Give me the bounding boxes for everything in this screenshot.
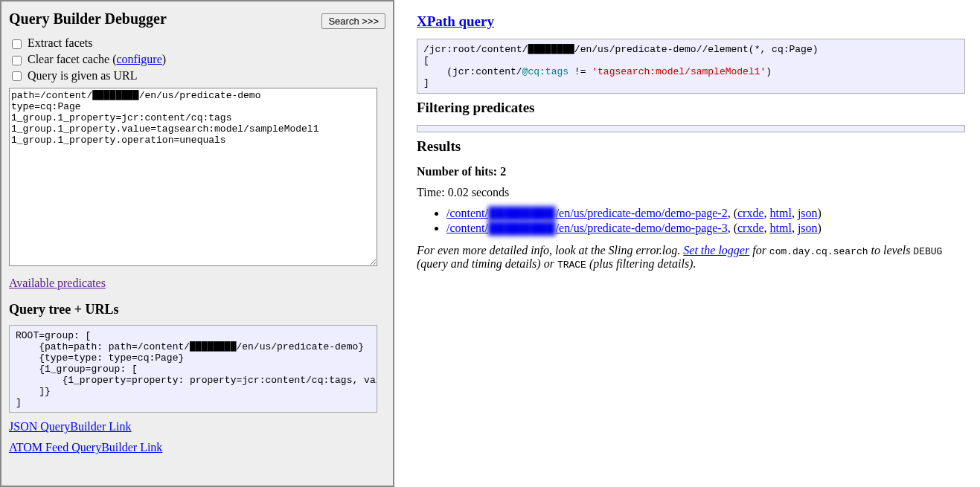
result-item: /content/████████/en/us/predicate-demo/d…: [446, 222, 965, 235]
xpath-output: /jcr:root/content/████████/en/us/predica…: [417, 39, 965, 94]
results-list: /content/████████/en/us/predicate-demo/d…: [417, 207, 965, 235]
configure-link[interactable]: configure: [116, 53, 161, 65]
html-link[interactable]: html: [770, 207, 792, 219]
query-tree-heading: Query tree + URLs: [9, 302, 385, 317]
atom-querybuilder-link[interactable]: ATOM Feed QueryBuilder Link: [9, 441, 162, 454]
crxde-link[interactable]: crxde: [737, 207, 764, 219]
set-logger-link[interactable]: Set the logger: [683, 244, 749, 257]
page-title: Query Builder Debugger: [9, 10, 167, 28]
filtering-predicates-box: [417, 125, 965, 132]
footnote: For even more detailed info, look at the…: [417, 244, 965, 271]
hits-count: Number of hits: 2: [417, 165, 965, 178]
left-panel: Query Builder Debugger Search >>> Extrac…: [0, 0, 394, 487]
result-item: /content/████████/en/us/predicate-demo/d…: [446, 207, 965, 220]
query-as-url-label: Query is given as URL: [28, 69, 138, 82]
results-heading: Results: [417, 138, 965, 155]
clear-facet-cache-checkbox[interactable]: [12, 56, 22, 65]
result-path-link[interactable]: /content/████████/en/us/predicate-demo/d…: [446, 222, 728, 234]
json-link[interactable]: json: [798, 207, 818, 219]
json-link[interactable]: json: [798, 222, 818, 234]
query-tree-output[interactable]: ROOT=group: [ {path=path: path=/content/…: [9, 325, 377, 413]
clear-facet-cache-label: Clear facet cache (: [28, 53, 116, 65]
result-path-link[interactable]: /content/████████/en/us/predicate-demo/d…: [446, 207, 728, 219]
query-as-url-checkbox[interactable]: [12, 71, 22, 81]
json-querybuilder-link[interactable]: JSON QueryBuilder Link: [9, 420, 131, 433]
filtering-predicates-heading: Filtering predicates: [417, 100, 965, 116]
extract-facets-label: Extract facets: [28, 36, 93, 49]
xpath-query-heading-link[interactable]: XPath query: [417, 13, 494, 29]
available-predicates-link[interactable]: Available predicates: [9, 277, 106, 289]
query-textarea[interactable]: [9, 88, 377, 266]
right-panel: XPath query /jcr:root/content/████████/e…: [394, 0, 980, 487]
crxde-link[interactable]: crxde: [737, 222, 764, 234]
search-button[interactable]: Search >>>: [321, 13, 385, 29]
query-time: Time: 0.02 seconds: [417, 186, 965, 199]
extract-facets-checkbox[interactable]: [12, 39, 22, 49]
html-link[interactable]: html: [770, 222, 792, 234]
